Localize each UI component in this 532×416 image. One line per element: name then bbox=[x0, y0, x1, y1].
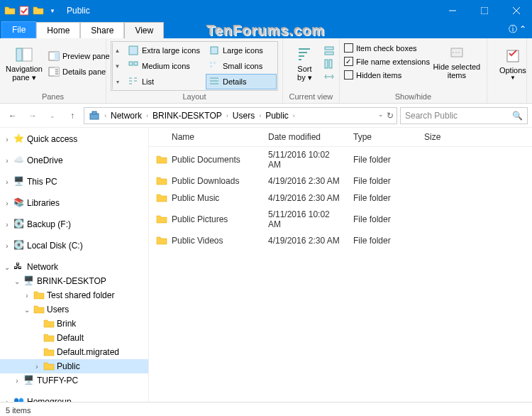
up-button[interactable]: ↑ bbox=[64, 107, 81, 124]
svg-rect-10 bbox=[129, 62, 133, 65]
folder-icon bbox=[156, 154, 167, 165]
forward-button[interactable]: → bbox=[24, 107, 41, 124]
tree-onedrive[interactable]: ›☁️OneDrive bbox=[0, 153, 148, 168]
tree-users[interactable]: ⌄Users bbox=[0, 302, 148, 317]
svg-rect-13 bbox=[214, 62, 216, 64]
ribbon-group-panes: Navigation pane ▾ Preview pane Details p… bbox=[0, 38, 106, 103]
recent-dropdown[interactable]: ⌄ bbox=[44, 107, 61, 124]
layout-scroll-up[interactable]: ▲ bbox=[113, 43, 122, 58]
details-pane-button[interactable]: Details pane bbox=[45, 65, 113, 79]
folder-icon bbox=[156, 192, 167, 204]
tree-tuffy-pc[interactable]: ›🖥️TUFFY-PC bbox=[0, 373, 148, 388]
address-bar[interactable]: › Network› BRINK-DESKTOP› Users› Public›… bbox=[84, 107, 397, 124]
col-name[interactable]: Name bbox=[149, 131, 262, 143]
close-button[interactable] bbox=[500, 0, 532, 21]
column-headers: Name Date modified Type Size bbox=[149, 128, 532, 147]
main-area: ›⭐Quick access ›☁️OneDrive ›🖥️This PC ›📚… bbox=[0, 128, 532, 402]
status-bar: 5 items bbox=[0, 402, 532, 416]
group-by-icon[interactable] bbox=[323, 45, 335, 57]
tree-libraries[interactable]: ›📚Libraries bbox=[0, 196, 148, 210]
folder-icon bbox=[4, 5, 16, 16]
qat-dropdown-icon[interactable]: ▼ bbox=[47, 5, 58, 16]
tree-backup[interactable]: ›💽Backup (F:) bbox=[0, 217, 148, 231]
col-type[interactable]: Type bbox=[348, 131, 419, 143]
file-row[interactable]: Public Downloads4/19/2016 2:30 AMFile fo… bbox=[149, 173, 532, 190]
svg-rect-3 bbox=[23, 48, 32, 61]
layout-scroll-down[interactable]: ▼ bbox=[113, 58, 122, 74]
status-item-count: 5 items bbox=[6, 406, 31, 415]
svg-rect-9 bbox=[211, 47, 218, 54]
svg-rect-5 bbox=[55, 52, 59, 60]
hidden-items-toggle[interactable]: Hidden items bbox=[344, 70, 430, 80]
file-name-extensions-toggle[interactable]: ✓File name extensions bbox=[344, 56, 430, 67]
svg-rect-2 bbox=[16, 48, 22, 61]
file-row[interactable]: Public Pictures5/11/2016 10:02 AMFile fo… bbox=[149, 207, 532, 232]
tree-brink-desktop[interactable]: ⌄🖥️BRINK-DESKTOP bbox=[0, 274, 148, 288]
refresh-icon[interactable]: ↻ bbox=[387, 111, 394, 121]
file-row[interactable]: Public Music4/19/2016 2:30 AMFile folder bbox=[149, 190, 532, 207]
tree-network[interactable]: ⌄🖧Network bbox=[0, 260, 148, 274]
layout-xl-icons[interactable]: Extra large icons bbox=[125, 43, 203, 58]
tree-homegroup[interactable]: ›👥Homegroup bbox=[0, 395, 148, 402]
layout-list[interactable]: List bbox=[125, 74, 203, 89]
tree-this-pc[interactable]: ›🖥️This PC bbox=[0, 175, 148, 189]
svg-rect-22 bbox=[92, 111, 96, 114]
qat-properties-icon[interactable] bbox=[18, 5, 30, 16]
ribbon-tabs: File Home Share View ⓘ ⌃ bbox=[0, 21, 532, 38]
tree-user-default[interactable]: Default bbox=[0, 331, 148, 345]
tree-user-default-migrated[interactable]: Default.migrated bbox=[0, 345, 148, 359]
folder-icon bbox=[156, 175, 167, 187]
size-columns-icon[interactable] bbox=[323, 71, 335, 82]
svg-rect-11 bbox=[134, 62, 138, 65]
col-date[interactable]: Date modified bbox=[262, 131, 348, 143]
window-title: Public bbox=[62, 6, 436, 16]
layout-details[interactable]: Details bbox=[206, 74, 277, 89]
item-check-boxes-toggle[interactable]: Item check boxes bbox=[344, 43, 430, 53]
tab-home[interactable]: Home bbox=[36, 22, 80, 38]
tree-local-disk[interactable]: ›💽Local Disk (C:) bbox=[0, 239, 148, 253]
minimize-button[interactable] bbox=[436, 0, 468, 21]
preview-pane-button[interactable]: Preview pane bbox=[45, 49, 113, 63]
layout-more[interactable]: ▾ bbox=[113, 74, 122, 89]
tree-user-brink[interactable]: Brink bbox=[0, 317, 148, 331]
title-bar: ▼ Public bbox=[0, 0, 532, 21]
add-columns-icon[interactable] bbox=[323, 58, 335, 70]
col-size[interactable]: Size bbox=[419, 131, 468, 143]
navigation-tree[interactable]: ›⭐Quick access ›☁️OneDrive ›🖥️This PC ›📚… bbox=[0, 128, 149, 402]
address-bar-row: ← → ⌄ ↑ › Network› BRINK-DESKTOP› Users›… bbox=[0, 104, 532, 128]
search-box[interactable]: Search Public 🔍 bbox=[400, 107, 528, 124]
breadcrumb-item[interactable]: Users bbox=[230, 111, 257, 121]
layout-large-icons[interactable]: Large icons bbox=[206, 43, 277, 58]
breadcrumb-item[interactable]: BRINK-DESKTOP bbox=[150, 111, 225, 121]
maximize-button[interactable] bbox=[468, 0, 500, 21]
svg-rect-18 bbox=[329, 60, 332, 68]
tab-share[interactable]: Share bbox=[80, 22, 124, 38]
qat-newfolder-icon[interactable] bbox=[33, 5, 44, 16]
breadcrumb-icon[interactable] bbox=[86, 110, 103, 121]
navigation-pane-button[interactable]: Navigation pane ▾ bbox=[4, 43, 44, 85]
options-button[interactable]: Options▼ bbox=[492, 41, 532, 87]
tree-quick-access[interactable]: ›⭐Quick access bbox=[0, 132, 148, 146]
file-row[interactable]: Public Documents5/11/2016 10:02 AMFile f… bbox=[149, 147, 532, 173]
tree-user-public[interactable]: ›Public bbox=[0, 359, 148, 373]
svg-rect-1 bbox=[481, 7, 488, 14]
svg-rect-14 bbox=[210, 65, 212, 67]
search-icon: 🔍 bbox=[512, 111, 523, 121]
svg-rect-16 bbox=[325, 52, 333, 55]
file-list[interactable]: Name Date modified Type Size Public Docu… bbox=[149, 128, 532, 402]
tree-test-shared[interactable]: ›Test shared folder bbox=[0, 288, 148, 302]
file-row[interactable]: Public Videos4/19/2016 2:30 AMFile folde… bbox=[149, 232, 532, 249]
address-dropdown-icon[interactable]: ⌄ bbox=[378, 111, 384, 121]
back-button[interactable]: ← bbox=[4, 107, 21, 124]
tab-view[interactable]: View bbox=[124, 22, 164, 38]
breadcrumb-item[interactable]: Network bbox=[108, 111, 145, 121]
hide-selected-items-button[interactable]: Hide selected items bbox=[431, 41, 482, 82]
layout-medium-icons[interactable]: Medium icons bbox=[125, 58, 203, 74]
breadcrumb-item[interactable]: Public bbox=[262, 111, 292, 121]
ribbon-help-icon[interactable]: ⓘ ⌃ bbox=[503, 21, 532, 38]
tab-file[interactable]: File bbox=[1, 21, 36, 38]
layout-small-icons[interactable]: Small icons bbox=[206, 58, 277, 74]
folder-icon bbox=[156, 235, 167, 246]
sort-by-button[interactable]: Sort by ▾ bbox=[287, 43, 322, 85]
svg-rect-12 bbox=[210, 62, 212, 64]
